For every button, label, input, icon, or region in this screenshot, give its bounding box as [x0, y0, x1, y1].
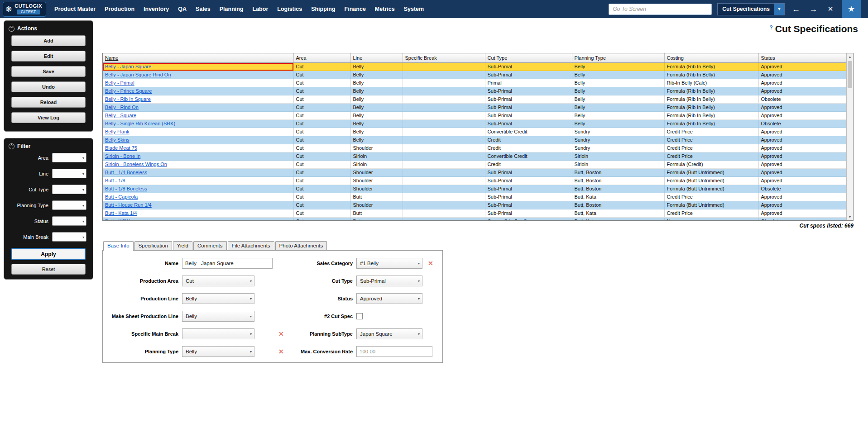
- reset-button[interactable]: Reset: [11, 264, 86, 275]
- table-row[interactable]: Belly - Rind OnCutBellySub-PrimalBellyFo…: [103, 103, 846, 111]
- table-row[interactable]: Butt - KCWCutButtConvertible CreditButt,…: [103, 217, 846, 221]
- specific-main-break-clear-icon[interactable]: ✕: [278, 331, 284, 337]
- favorite-button[interactable]: ★: [842, 0, 861, 18]
- menu-item-qa[interactable]: QA: [173, 0, 191, 18]
- spec-link[interactable]: Butt - 1/4 Boneless: [105, 170, 147, 175]
- filter-dropdown-area[interactable]: ▾: [52, 153, 86, 162]
- planning-type-dropdown[interactable]: Belly ▾: [182, 346, 254, 357]
- table-row[interactable]: Belly - SquareCutBellySub-PrimalBellyFor…: [103, 111, 846, 119]
- tab-specification[interactable]: Specification: [134, 241, 172, 250]
- table-row[interactable]: Belly - PrimalCutBellyPrimalBellyRib-In …: [103, 79, 846, 87]
- table-row[interactable]: Belly - Rib In SquareCutBellySub-PrimalB…: [103, 95, 846, 103]
- column-header-line[interactable]: Line: [350, 53, 403, 62]
- menu-item-production[interactable]: Production: [100, 0, 139, 18]
- tab-file-attachments[interactable]: File Attachments: [228, 241, 274, 250]
- table-row[interactable]: Belly - Japan Square Rind OnCutBellySub-…: [103, 71, 846, 79]
- menu-item-logistics[interactable]: Logistics: [273, 0, 307, 18]
- column-header-planning-type[interactable]: Planning Type: [572, 53, 664, 62]
- spec-link[interactable]: Belly - Square: [105, 113, 136, 118]
- specific-main-break-dropdown[interactable]: ▾: [182, 328, 254, 339]
- spec-link[interactable]: Butt - KCW: [105, 219, 130, 221]
- max-conversion-rate-input[interactable]: [356, 346, 432, 357]
- spec-link[interactable]: Sirloin - Boneless Wings On: [105, 162, 167, 167]
- apply-button[interactable]: Apply: [11, 248, 86, 260]
- vertical-scrollbar[interactable]: ▲ ▼: [846, 53, 853, 220]
- cut-type-dropdown[interactable]: Sub-Primal ▾: [356, 276, 422, 286]
- spec-link[interactable]: Butt - 1/8 Boneless: [105, 186, 147, 191]
- table-row[interactable]: Butt - 1/4 BonelessCutShoulderSub-Primal…: [103, 168, 846, 176]
- menu-item-planning[interactable]: Planning: [215, 0, 248, 18]
- status-dropdown[interactable]: Approved ▾: [356, 293, 422, 304]
- spec-link[interactable]: Belly Flank: [105, 129, 129, 134]
- action-button-save[interactable]: Save: [11, 66, 86, 77]
- menu-item-finance[interactable]: Finance: [340, 0, 370, 18]
- table-row[interactable]: Belly - Japan SquareCutBellySub-PrimalBe…: [103, 62, 846, 71]
- collapse-icon[interactable]: ⌃: [9, 143, 14, 149]
- tab-base-info[interactable]: Base Info: [103, 241, 134, 251]
- spec-link[interactable]: Butt - House Run 1/4: [105, 202, 152, 208]
- filter-dropdown-planning-type[interactable]: ▾: [52, 200, 86, 210]
- menu-item-product-master[interactable]: Product Master: [50, 0, 100, 18]
- spec-link[interactable]: Belly Skins: [105, 137, 129, 143]
- column-header-status[interactable]: Status: [758, 53, 846, 62]
- tab-photo-attachments[interactable]: Photo Attachments: [275, 241, 327, 250]
- spec-link[interactable]: Belly - Japan Square Rind On: [105, 72, 171, 77]
- action-button-edit[interactable]: Edit: [11, 51, 86, 62]
- spec-link[interactable]: Butt - 1/8: [105, 178, 125, 183]
- scrollbar-thumb[interactable]: [848, 61, 852, 88]
- table-row[interactable]: Belly - Single Rib Korean (SRK)CutBellyS…: [103, 119, 846, 128]
- table-row[interactable]: Butt - House Run 1/4CutShoulderSub-Prima…: [103, 201, 846, 209]
- tab-yield[interactable]: Yield: [173, 241, 192, 250]
- menu-item-sales[interactable]: Sales: [191, 0, 215, 18]
- spec-link[interactable]: Belly - Prince Square: [105, 88, 152, 94]
- table-row[interactable]: Blade Meat 75CutShoulderCreditSundryCred…: [103, 144, 846, 152]
- column-header-costing[interactable]: Costing: [664, 53, 758, 62]
- spec-link[interactable]: Belly - Japan Square: [105, 64, 151, 69]
- spec-link[interactable]: Belly - Rind On: [105, 105, 139, 110]
- menu-item-system[interactable]: System: [399, 0, 428, 18]
- sales-category-dropdown[interactable]: #1 Belly ▾: [356, 258, 422, 269]
- production-line-dropdown[interactable]: Belly ▾: [182, 293, 254, 304]
- menu-item-metrics[interactable]: Metrics: [370, 0, 399, 18]
- help-icon[interactable]: ?: [769, 24, 772, 31]
- scroll-down-icon[interactable]: ▼: [847, 214, 853, 220]
- back-button[interactable]: ←: [790, 5, 802, 14]
- scroll-up-icon[interactable]: ▲: [847, 53, 853, 60]
- column-header-specific-break[interactable]: Specific Break: [403, 53, 485, 62]
- production-area-dropdown[interactable]: Cut ▾: [182, 276, 254, 286]
- filter-dropdown-main-break[interactable]: ▾: [52, 232, 86, 242]
- column-header-name[interactable]: Name: [103, 53, 293, 62]
- planning-subtype-dropdown[interactable]: Japan Square ▾: [356, 328, 422, 339]
- action-button-add[interactable]: Add: [11, 35, 86, 46]
- make-sheet-production-line-dropdown[interactable]: Belly ▾: [182, 311, 254, 322]
- spec-link[interactable]: Sirloin - Bone In: [105, 153, 140, 159]
- collapse-icon[interactable]: ⌃: [9, 26, 14, 32]
- table-row[interactable]: Butt - 1/8CutShoulderSub-PrimalButt, Bos…: [103, 176, 846, 185]
- filter-dropdown-cut-type[interactable]: ▾: [52, 185, 86, 194]
- action-button-view-log[interactable]: View Log: [11, 112, 86, 123]
- table-row[interactable]: Sirloin - Bone InCutSirloinConvertible C…: [103, 152, 846, 160]
- action-button-reload[interactable]: Reload: [11, 97, 86, 108]
- action-button-undo[interactable]: Undo: [11, 81, 86, 92]
- column-header-area[interactable]: Area: [293, 53, 350, 62]
- sales-category-clear-icon[interactable]: ✕: [428, 260, 433, 266]
- goto-screen-input[interactable]: [609, 4, 712, 15]
- spec-link[interactable]: Belly - Primal: [105, 80, 134, 86]
- spec-link[interactable]: Butt - Capicola: [105, 194, 138, 200]
- tab-comments[interactable]: Comments: [193, 241, 227, 250]
- column-header-cut-type[interactable]: Cut Type: [485, 53, 572, 62]
- spec-link[interactable]: Belly - Single Rib Korean (SRK): [105, 121, 175, 126]
- spec-link[interactable]: Butt - Kata 1/4: [105, 210, 137, 216]
- table-row[interactable]: Belly - Prince SquareCutBellySub-PrimalB…: [103, 87, 846, 95]
- spec-link[interactable]: Belly - Rib In Square: [105, 96, 151, 102]
- name-input[interactable]: [182, 258, 273, 269]
- table-row[interactable]: Belly SkinsCutBellyCreditSundryCredit Pr…: [103, 136, 846, 144]
- cut-spec-2-checkbox[interactable]: [356, 313, 363, 319]
- forward-button[interactable]: →: [807, 5, 819, 14]
- close-button[interactable]: ✕: [825, 5, 836, 13]
- spec-link[interactable]: Blade Meat 75: [105, 145, 137, 151]
- filter-dropdown-line[interactable]: ▾: [52, 169, 86, 178]
- menu-item-inventory[interactable]: Inventory: [139, 0, 173, 18]
- table-row[interactable]: Sirloin - Boneless Wings OnCutSirloinCre…: [103, 160, 846, 168]
- table-row[interactable]: Belly FlankCutBellyConvertible CreditSun…: [103, 128, 846, 136]
